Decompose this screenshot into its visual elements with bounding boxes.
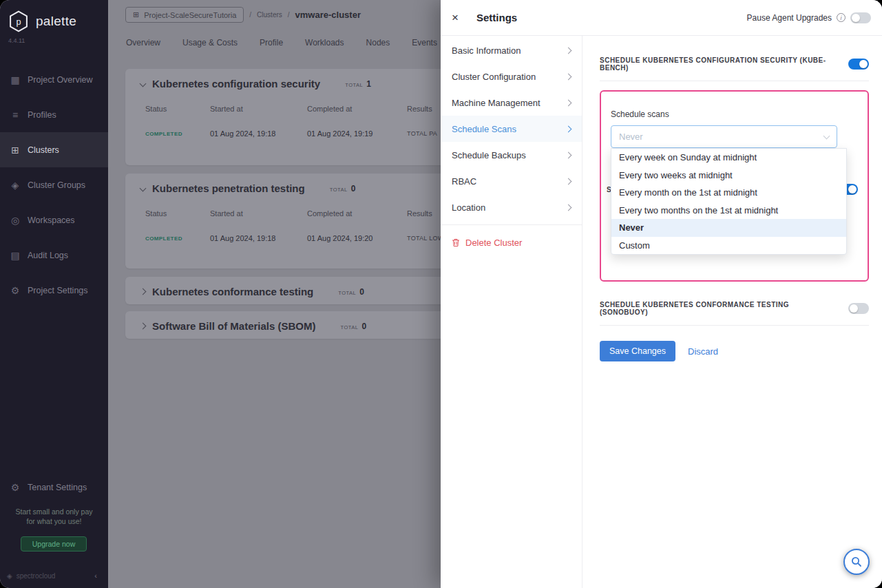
version-label: 4.4.11 bbox=[0, 33, 108, 44]
clusters-icon: ⊞ bbox=[10, 145, 21, 156]
settings-menu-schedule-backups[interactable]: Schedule Backups bbox=[441, 142, 582, 168]
delete-cluster-button[interactable]: Delete Cluster bbox=[441, 229, 582, 255]
trash-icon bbox=[452, 238, 460, 247]
overview-icon: ▦ bbox=[10, 74, 21, 85]
option-never[interactable]: Never bbox=[611, 219, 846, 237]
pause-agent-upgrades-label: Pause Agent Upgrades bbox=[747, 13, 832, 23]
magnifier-icon bbox=[850, 556, 863, 568]
sidebar-item-cluster-groups[interactable]: ◈ Cluster Groups bbox=[0, 167, 108, 202]
sidebar-item-project-overview[interactable]: ▦ Project Overview bbox=[0, 62, 108, 97]
option-every-week[interactable]: Every week on Sunday at midnight bbox=[611, 149, 846, 167]
discard-button[interactable]: Discard bbox=[688, 346, 718, 357]
settings-title: Settings bbox=[476, 12, 517, 23]
schedule-options-dropdown: Every week on Sunday at midnight Every t… bbox=[611, 148, 847, 255]
schedule-scans-field-label: Schedule scans bbox=[611, 109, 858, 119]
sidebar-item-label: Tenant Settings bbox=[28, 483, 87, 492]
brand-name: palette bbox=[36, 14, 76, 29]
sidebar-nav: ▦ Project Overview ≡ Profiles ⊞ Clusters… bbox=[0, 62, 108, 308]
cluster-groups-icon: ◈ bbox=[10, 180, 21, 191]
option-every-two-months[interactable]: Every two months on the 1st at midnight bbox=[611, 202, 846, 220]
svg-text:p: p bbox=[16, 17, 21, 27]
sidebar-item-clusters[interactable]: ⊞ Clusters bbox=[0, 132, 108, 167]
settings-menu-basic-information[interactable]: Basic Information bbox=[441, 37, 582, 63]
sidebar-item-label: Workspaces bbox=[28, 216, 75, 225]
sonobuoy-label: SCHEDULE KUBERNETES CONFORMANCE TESTING … bbox=[600, 301, 848, 316]
pause-agent-upgrades-toggle[interactable] bbox=[850, 12, 871, 23]
chevron-right-icon bbox=[565, 73, 572, 80]
select-value: Never bbox=[619, 132, 643, 142]
chevron-right-icon bbox=[565, 204, 572, 211]
sidebar-item-label: Project Settings bbox=[28, 286, 88, 295]
spectrocloud-brand: spectrocloud bbox=[17, 572, 56, 580]
settings-menu-schedule-scans[interactable]: Schedule Scans bbox=[441, 116, 582, 142]
close-icon[interactable]: × bbox=[452, 11, 467, 25]
tenant-settings-icon: ⚙ bbox=[10, 482, 21, 493]
form-actions: Save Changes Discard bbox=[600, 341, 869, 361]
info-icon[interactable]: i bbox=[837, 13, 846, 22]
pause-agent-upgrades-group: Pause Agent Upgrades i bbox=[747, 12, 871, 23]
kube-bench-label: SCHEDULE KUBERNETES CONFIGURATION SECURI… bbox=[600, 56, 848, 72]
chevron-right-icon bbox=[565, 178, 572, 185]
kube-bench-toggle[interactable] bbox=[848, 59, 869, 70]
modal-dim-overlay bbox=[108, 0, 441, 588]
sidebar-bottom-nav: ⚙ Tenant Settings bbox=[0, 470, 108, 505]
chevron-right-icon bbox=[565, 151, 572, 158]
sidebar-collapse-icon[interactable]: ‹ bbox=[90, 570, 101, 581]
schedule-scans-content: SCHEDULE KUBERNETES CONFIGURATION SECURI… bbox=[582, 36, 882, 588]
option-custom[interactable]: Custom bbox=[611, 237, 846, 255]
sidebar-item-label: Cluster Groups bbox=[28, 180, 85, 190]
chevron-right-icon bbox=[565, 47, 572, 54]
palette-logo: p palette bbox=[0, 0, 108, 33]
settings-menu-machine-management[interactable]: Machine Management bbox=[441, 90, 582, 116]
project-settings-icon: ⚙ bbox=[10, 285, 21, 296]
chevron-right-icon bbox=[565, 99, 572, 106]
sidebar-item-tenant-settings[interactable]: ⚙ Tenant Settings bbox=[0, 470, 108, 505]
sidebar-item-label: Project Overview bbox=[28, 75, 92, 85]
sidebar-item-workspaces[interactable]: ◎ Workspaces bbox=[0, 202, 108, 238]
audit-logs-icon: ▤ bbox=[10, 250, 21, 261]
upgrade-promo-text: Start small and only pay for what you us… bbox=[0, 507, 108, 526]
chevron-right-icon bbox=[565, 125, 572, 132]
option-every-month[interactable]: Every month on the 1st at midnight bbox=[611, 184, 846, 202]
option-every-two-weeks[interactable]: Every two weeks at midnight bbox=[611, 167, 846, 185]
sonobuoy-toggle[interactable] bbox=[848, 303, 869, 314]
upgrade-now-button[interactable]: Upgrade now bbox=[21, 536, 87, 552]
settings-menu: Basic Information Cluster Configuration … bbox=[441, 36, 582, 588]
sidebar-footer: ◈ spectrocloud ‹ bbox=[7, 570, 101, 581]
sidebar-item-project-settings[interactable]: ⚙ Project Settings bbox=[0, 273, 108, 308]
menu-divider bbox=[441, 224, 582, 225]
settings-menu-location[interactable]: Location bbox=[441, 194, 582, 220]
support-search-fab[interactable] bbox=[843, 549, 870, 575]
sidebar-item-label: Clusters bbox=[28, 145, 59, 155]
settings-menu-cluster-configuration[interactable]: Cluster Configuration bbox=[441, 63, 582, 90]
kube-bench-setting: SCHEDULE KUBERNETES CONFIGURATION SECURI… bbox=[600, 56, 869, 72]
sidebar-item-profiles[interactable]: ≡ Profiles bbox=[0, 97, 108, 132]
divider bbox=[600, 325, 869, 326]
settings-header: × Settings Pause Agent Upgrades i bbox=[441, 0, 882, 36]
palette-logo-icon: p bbox=[7, 10, 30, 33]
highlighted-schedule-region: Schedule scans Never SC Every week on Su… bbox=[600, 90, 869, 282]
save-changes-button[interactable]: Save Changes bbox=[600, 341, 675, 361]
settings-menu-rbac[interactable]: RBAC bbox=[441, 168, 582, 194]
sidebar-item-label: Profiles bbox=[28, 110, 56, 120]
settings-drawer: × Settings Pause Agent Upgrades i Basic … bbox=[441, 0, 882, 588]
workspaces-icon: ◎ bbox=[10, 215, 21, 226]
app-screen: p palette 4.4.11 ▦ Project Overview ≡ Pr… bbox=[0, 0, 882, 588]
chevron-down-icon bbox=[823, 132, 830, 139]
sidebar-item-label: Audit Logs bbox=[28, 251, 68, 260]
sidebar-item-audit-logs[interactable]: ▤ Audit Logs bbox=[0, 238, 108, 273]
sidebar: p palette 4.4.11 ▦ Project Overview ≡ Pr… bbox=[0, 0, 108, 588]
profiles-icon: ≡ bbox=[10, 109, 21, 120]
sonobuoy-setting: SCHEDULE KUBERNETES CONFORMANCE TESTING … bbox=[600, 301, 869, 316]
schedule-scans-select[interactable]: Never bbox=[611, 125, 837, 148]
divider bbox=[600, 81, 869, 81]
spectrocloud-logo-icon: ◈ bbox=[7, 572, 12, 580]
